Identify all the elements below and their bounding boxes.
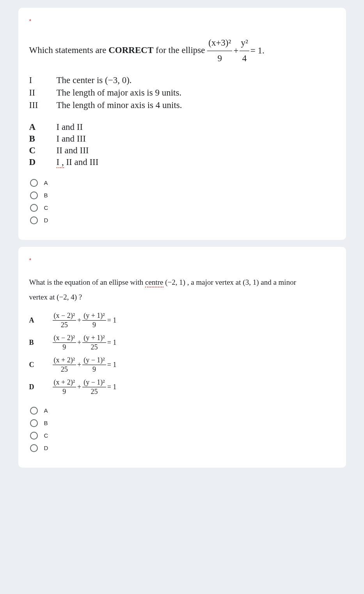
answer-key-letter: C xyxy=(29,361,53,369)
ellipse-equation: (x+3)² 9 + y² 4 = 1. xyxy=(207,36,265,66)
fraction-1-den: 9 xyxy=(53,387,76,396)
prompt-bold-word: CORRECT xyxy=(108,45,153,55)
fraction-1-num: (x − 2)² xyxy=(53,334,76,343)
fraction-1-num: (x + 2)² xyxy=(53,356,76,365)
radio-option-b[interactable]: B xyxy=(30,191,335,199)
equation-tail: = 1. xyxy=(250,44,265,58)
radio-label: B xyxy=(44,420,48,426)
statements-list: I The center is (−3, 0). II The length o… xyxy=(29,75,335,110)
statement-text: The length of major axis is 9 units. xyxy=(57,88,182,98)
radio-icon xyxy=(30,432,38,440)
answer-equation: (x + 2)²25 + (y − 1)²9 = 1 xyxy=(53,356,117,374)
fraction-1-num: (x − 2)² xyxy=(53,312,76,321)
radio-icon xyxy=(30,407,38,415)
prompt-text-c: vertex at (−2, 4) ? xyxy=(29,293,82,301)
radio-icon xyxy=(30,204,38,212)
radio-label: D xyxy=(44,445,48,451)
answer-key-letter: D xyxy=(29,157,57,167)
radio-icon xyxy=(30,419,38,427)
answer-key-list: A (x − 2)²25 + (y + 1)²9 = 1 B (x − 2)²9… xyxy=(29,312,335,396)
radio-label: D xyxy=(44,217,48,223)
fraction-2-den: 4 xyxy=(240,51,249,66)
answer-key-row: D (x + 2)²9 + (y − 1)²25 = 1 xyxy=(29,378,335,396)
fraction-2: (y + 1)²9 xyxy=(82,312,106,329)
answer-key-row: A (x − 2)²25 + (y + 1)²9 = 1 xyxy=(29,312,335,329)
radio-group: A B C D xyxy=(30,179,335,224)
equation-tail: = 1 xyxy=(107,383,117,391)
radio-group: A B C D xyxy=(30,407,335,452)
answer-key-text: II and III xyxy=(57,145,89,156)
answer-key-letter: A xyxy=(29,122,57,132)
fraction-1-den: 9 xyxy=(207,51,232,66)
fraction-1-num: (x+3)² xyxy=(207,36,232,51)
answer-key-letter: B xyxy=(29,134,57,144)
plus-sign: + xyxy=(77,316,81,324)
question-card-2: * What is the equation of an ellipse wit… xyxy=(18,247,346,468)
equation-tail: = 1 xyxy=(107,339,117,347)
fraction-2-den: 25 xyxy=(82,343,106,351)
statement-roman: II xyxy=(29,88,57,98)
radio-option-c[interactable]: C xyxy=(30,432,335,440)
fraction-2-num: (y + 1)² xyxy=(82,312,106,321)
required-indicator: * xyxy=(29,18,32,24)
equation-tail: = 1 xyxy=(107,316,117,324)
plus-sign: + xyxy=(77,339,81,347)
fraction-1: (x + 2)²9 xyxy=(53,378,76,396)
statement-row: III The length of minor axis is 4 units. xyxy=(29,100,335,110)
radio-icon xyxy=(30,444,38,452)
answer-equation: (x + 2)²9 + (y − 1)²25 = 1 xyxy=(53,378,117,396)
answer-key-letter: D xyxy=(29,383,53,391)
required-indicator: * xyxy=(29,257,32,263)
statement-text: The center is (−3, 0). xyxy=(57,75,132,85)
answer-equation: (x − 2)²9 + (y + 1)²25 = 1 xyxy=(53,334,117,351)
prompt-text-b: (−2, 1) , a major vertex at (3, 1) and a… xyxy=(163,278,296,286)
answer-key-row: B (x − 2)²9 + (y + 1)²25 = 1 xyxy=(29,334,335,351)
answer-key-letter: A xyxy=(29,316,53,324)
fraction-1: (x − 2)²25 xyxy=(53,312,76,329)
radio-option-d[interactable]: D xyxy=(30,216,335,224)
answer-key-row: D I , II and III xyxy=(29,157,335,167)
statement-roman: III xyxy=(29,100,57,110)
answer-key-list: A I and II B I and III C II and III D I … xyxy=(29,122,335,167)
spellcheck-underline: centre xyxy=(145,278,163,287)
radio-label: A xyxy=(44,407,48,414)
fraction-2-num: (y + 1)² xyxy=(82,334,106,343)
answer-key-row: C (x + 2)²25 + (y − 1)²9 = 1 xyxy=(29,356,335,374)
radio-option-d[interactable]: D xyxy=(30,444,335,452)
fraction-1-num: (x + 2)² xyxy=(53,378,76,387)
equation-tail: = 1 xyxy=(107,361,117,369)
prompt-text-prefix: Which statements are xyxy=(29,45,109,55)
radio-icon xyxy=(30,191,38,199)
radio-label: B xyxy=(44,192,48,199)
fraction-1: (x+3)² 9 xyxy=(207,36,232,66)
radio-option-b[interactable]: B xyxy=(30,419,335,427)
answer-key-row: B I and III xyxy=(29,134,335,144)
fraction-1-den: 25 xyxy=(53,321,76,329)
fraction-1-den: 25 xyxy=(53,365,76,374)
radio-option-a[interactable]: A xyxy=(30,179,335,187)
statement-row: I The center is (−3, 0). xyxy=(29,75,335,85)
radio-label: A xyxy=(44,179,48,186)
statement-row: II The length of major axis is 9 units. xyxy=(29,88,335,98)
radio-icon xyxy=(30,216,38,224)
question-prompt: What is the equation of an ellipse with … xyxy=(29,275,335,305)
fraction-2-den: 9 xyxy=(82,365,106,374)
fraction-1: (x + 2)²25 xyxy=(53,356,76,374)
radio-option-c[interactable]: C xyxy=(30,204,335,212)
question-prompt: Which statements are CORRECT for the ell… xyxy=(29,36,335,66)
radio-label: C xyxy=(44,204,48,211)
fraction-2: (y − 1)²9 xyxy=(82,356,106,374)
radio-icon xyxy=(30,179,38,187)
fraction-1-den: 9 xyxy=(53,343,76,351)
answer-key-row: A I and II xyxy=(29,122,335,132)
fraction-2-den: 9 xyxy=(82,321,106,329)
statement-text: The length of minor axis is 4 units. xyxy=(57,100,182,110)
fraction-2-den: 25 xyxy=(82,387,106,396)
answer-key-row: C II and III xyxy=(29,145,335,156)
fraction-2-num: y² xyxy=(240,36,249,51)
fraction-2-num: (y − 1)² xyxy=(82,356,106,365)
answer-key-letter: C xyxy=(29,145,57,156)
prompt-text-suffix: for the ellipse xyxy=(153,45,207,55)
radio-option-a[interactable]: A xyxy=(30,407,335,415)
fraction-2: y² 4 xyxy=(240,36,249,66)
